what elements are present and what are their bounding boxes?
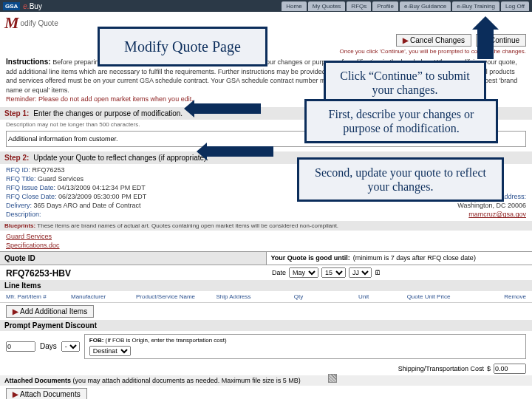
title-rest: odify Quote bbox=[21, 19, 58, 27]
nav-home[interactable]: Home bbox=[282, 1, 306, 11]
instructions-heading: Instructions: bbox=[6, 58, 51, 66]
arrow-up-icon bbox=[477, 28, 494, 59]
days-select[interactable]: - bbox=[61, 341, 80, 352]
ship-email-link[interactable]: mamcruz@gsa.gov bbox=[468, 210, 526, 219]
date-month-select[interactable]: May bbox=[289, 267, 318, 278]
title-initial: M bbox=[4, 13, 19, 33]
transport-cost-label: Shipping/Transportation Cost bbox=[398, 365, 484, 372]
nav-training[interactable]: e-Buy Training bbox=[452, 1, 499, 11]
annotation-step1: First, describe your changes or purpose … bbox=[304, 99, 498, 143]
fob-label: FOB: bbox=[89, 337, 104, 344]
quote-id-value: RFQ76253-HBV bbox=[0, 265, 267, 280]
fob-note: (If FOB is Origin, enter the transportat… bbox=[106, 337, 227, 344]
quote-good-label: Your Quote is good until: bbox=[271, 254, 350, 262]
cancel-changes-button[interactable]: ▶Cancel Changes bbox=[396, 34, 471, 47]
nav-guidance[interactable]: e-Buy Guidance bbox=[400, 1, 451, 11]
blueprints-note: Blueprints: These items are brand names … bbox=[0, 221, 532, 231]
nav-logoff[interactable]: Log Off bbox=[501, 1, 529, 11]
step2-text: Update your Quote to reflect changes (if… bbox=[33, 154, 208, 162]
quote-id-heading: Quote ID bbox=[0, 252, 267, 265]
step2-label: Step 2: bbox=[4, 154, 29, 162]
days-label: Days bbox=[40, 342, 57, 350]
nav-rfqs[interactable]: RFQs bbox=[347, 1, 371, 11]
date-day-select[interactable]: 15 bbox=[321, 267, 346, 278]
step1-label: Step 1: bbox=[4, 109, 29, 117]
attached-docs-note: (you may attach additional documents as … bbox=[73, 377, 301, 384]
calendar-icon[interactable]: 🗓 bbox=[375, 269, 381, 276]
annotation-title: Modify Quote Page bbox=[98, 27, 267, 66]
fob-select[interactable]: Destinat bbox=[89, 346, 131, 356]
gsa-logo: GSA bbox=[3, 2, 20, 10]
top-nav: Home My Quotes RFQs Profile e-Buy Guidan… bbox=[282, 1, 529, 11]
nav-profile[interactable]: Profile bbox=[372, 1, 398, 11]
prompt-payment-heading: Prompt Payment Discount bbox=[0, 320, 532, 331]
attach-documents-button[interactable]: ▶Attach Documents bbox=[6, 388, 87, 399]
arrow-left-icon bbox=[207, 146, 273, 157]
date-year-select[interactable]: JJ bbox=[349, 267, 372, 278]
discount-pct-input[interactable] bbox=[6, 341, 35, 352]
line-items-columns: Mfr. Part/Item #ManufacturerProduct/Serv… bbox=[0, 291, 532, 303]
annotation-step2: Second, update your quote to reflect you… bbox=[297, 157, 504, 202]
add-items-button[interactable]: ▶Add Additional Items bbox=[6, 305, 94, 318]
attachment-link-1[interactable]: Guard Services bbox=[6, 233, 52, 240]
quote-good-note: (minimum is 7 days after RFQ close date) bbox=[353, 254, 476, 262]
resize-handle-icon[interactable] bbox=[328, 374, 337, 383]
nav-myquotes[interactable]: My Quotes bbox=[308, 1, 346, 11]
arrow-left-icon bbox=[194, 103, 261, 114]
transport-cost-input[interactable] bbox=[494, 364, 526, 374]
line-items-heading: Line Items bbox=[0, 280, 532, 291]
attachment-link-2[interactable]: Specifications.doc bbox=[6, 242, 60, 249]
date-label: Date bbox=[272, 269, 286, 276]
top-bar: GSA e.Buy Home My Quotes RFQs Profile e-… bbox=[0, 0, 532, 12]
attached-docs-heading: Attached Documents bbox=[4, 377, 71, 384]
step1-text: Enter the changes or purpose of modifica… bbox=[33, 109, 183, 117]
brand: e.Buy bbox=[23, 2, 42, 10]
